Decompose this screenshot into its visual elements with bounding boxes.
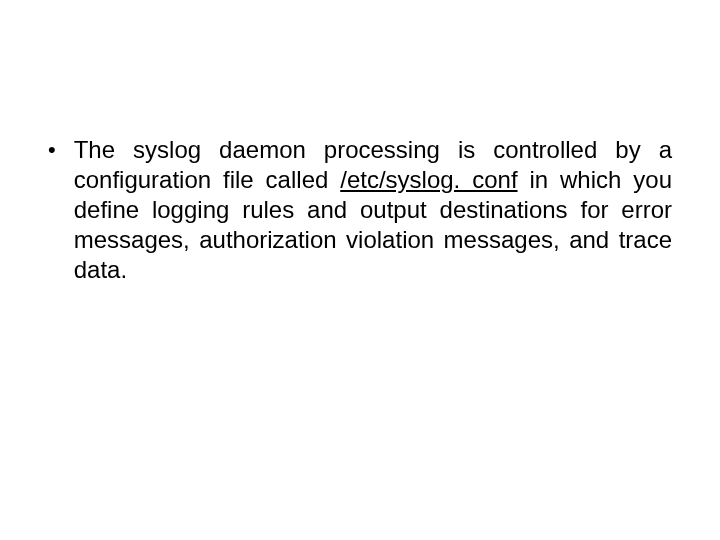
bullet-item: • The syslog daemon processing is contro… xyxy=(48,135,672,285)
bullet-text: The syslog daemon processing is controll… xyxy=(74,135,672,285)
file-path: /etc/syslog. conf xyxy=(340,166,517,193)
bullet-marker: • xyxy=(48,135,56,165)
slide-content: • The syslog daemon processing is contro… xyxy=(48,135,672,285)
